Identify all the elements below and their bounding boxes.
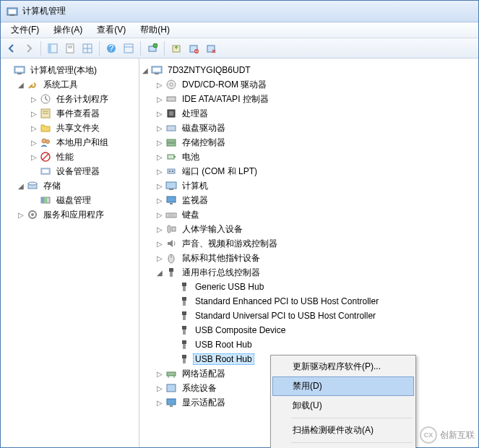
device-computer-cat[interactable]: ▷计算机 xyxy=(154,178,477,193)
node-label: 系统设备 xyxy=(180,382,219,395)
help-button[interactable]: ? xyxy=(103,40,119,56)
svg-rect-78 xyxy=(183,329,186,335)
expand-icon[interactable]: ▷ xyxy=(155,181,164,190)
svg-rect-82 xyxy=(183,358,186,363)
blank-icon xyxy=(168,340,177,349)
expand-icon[interactable]: ▷ xyxy=(155,210,164,219)
expand-icon[interactable]: ▷ xyxy=(155,254,164,262)
tree-task-scheduler[interactable]: ▷任务计划程序 xyxy=(28,92,137,106)
collapse-icon[interactable]: ◢ xyxy=(17,181,25,190)
expand-icon[interactable]: ▷ xyxy=(155,225,164,233)
menu-help[interactable]: 帮助(H) xyxy=(134,22,176,38)
export-button[interactable] xyxy=(79,40,95,56)
usb-icon xyxy=(165,267,177,278)
disable-device-button[interactable] xyxy=(186,40,202,56)
collapse-icon[interactable]: ◢ xyxy=(141,66,150,74)
device-hid[interactable]: ▷人体学输入设备 xyxy=(154,222,477,236)
collapse-icon[interactable]: ◢ xyxy=(17,80,25,89)
expand-icon[interactable]: ▷ xyxy=(155,124,164,132)
svg-rect-61 xyxy=(170,203,173,204)
device-usb-controllers[interactable]: ◢通用串行总线控制器 xyxy=(154,265,477,280)
tree-shared-folders[interactable]: ▷共享文件夹 xyxy=(28,121,137,135)
svg-rect-38 xyxy=(41,197,44,203)
device-usb-root-hub-1[interactable]: USB Root Hub xyxy=(167,337,477,352)
device-storage-ctrl[interactable]: ▷存储控制器 xyxy=(154,135,477,150)
view-button[interactable] xyxy=(121,40,137,56)
expand-icon[interactable]: ▷ xyxy=(30,152,38,161)
node-label: 计算机管理(本地) xyxy=(28,64,99,77)
expand-icon[interactable]: ▷ xyxy=(155,196,164,204)
svg-rect-71 xyxy=(182,283,186,286)
device-ide[interactable]: ▷IDE ATA/ATAPI 控制器 xyxy=(154,92,477,106)
node-label: 显示适配器 xyxy=(180,396,228,410)
expand-icon[interactable]: ▷ xyxy=(155,95,164,103)
menubar: 文件(F) 操作(A) 查看(V) 帮助(H) xyxy=(1,22,478,38)
ide-icon xyxy=(165,93,177,105)
tree-performance[interactable]: ▷性能 xyxy=(28,150,137,164)
update-driver-button[interactable] xyxy=(168,40,184,56)
collapse-icon[interactable]: ◢ xyxy=(155,268,164,277)
context-properties[interactable]: 属性(R) xyxy=(272,445,414,448)
cpu-icon xyxy=(165,108,177,119)
menu-action[interactable]: 操作(A) xyxy=(48,22,88,38)
device-monitor[interactable]: ▷监视器 xyxy=(154,193,477,207)
watermark: CX 创新互联 xyxy=(420,426,475,444)
tree-storage[interactable]: ◢ 存储 xyxy=(15,178,137,193)
expand-icon[interactable]: ▷ xyxy=(155,384,164,392)
expand-icon[interactable] xyxy=(4,66,12,74)
device-battery[interactable]: ▷电池 xyxy=(154,150,477,164)
tree-device-manager[interactable]: 设备管理器 xyxy=(28,164,137,178)
device-mouse[interactable]: ▷鼠标和其他指针设备 xyxy=(154,251,477,265)
properties-button[interactable] xyxy=(62,40,78,56)
svg-text:?: ? xyxy=(109,43,114,53)
expand-icon[interactable]: ▷ xyxy=(30,95,38,103)
expand-icon[interactable]: ▷ xyxy=(155,398,164,407)
tree-root[interactable]: 计算机管理(本地) xyxy=(2,63,137,77)
context-uninstall[interactable]: 卸载(U) xyxy=(272,396,414,415)
expand-icon[interactable]: ▷ xyxy=(155,138,164,147)
node-label: 系统工具 xyxy=(41,78,80,92)
device-usb-enhanced[interactable]: Standard Enhanced PCI to USB Host Contro… xyxy=(167,294,477,309)
device-processor[interactable]: ▷处理器 xyxy=(154,106,477,121)
device-usb-generic-hub[interactable]: Generic USB Hub xyxy=(167,280,477,294)
system-icon xyxy=(165,382,177,394)
svg-rect-4 xyxy=(48,44,51,53)
expand-icon[interactable]: ▷ xyxy=(155,109,164,118)
device-keyboard[interactable]: ▷键盘 xyxy=(154,207,477,222)
device-dvd[interactable]: ▷DVD/CD-ROM 驱动器 xyxy=(154,77,477,92)
context-scan-hardware[interactable]: 扫描检测硬件改动(A) xyxy=(272,421,414,440)
tree-local-users[interactable]: ▷本地用户和组 xyxy=(28,135,137,150)
tree-disk-mgmt[interactable]: 磁盘管理 xyxy=(28,193,137,207)
device-ports[interactable]: ▷端口 (COM 和 LPT) xyxy=(154,164,477,178)
expand-icon[interactable]: ▷ xyxy=(30,138,38,147)
device-root[interactable]: ◢ 7D3ZNTYGIQB6UDT xyxy=(141,63,477,77)
expand-icon[interactable]: ▷ xyxy=(30,124,38,132)
device-usb-universal[interactable]: Standard Universal PCI to USB Host Contr… xyxy=(167,309,477,323)
device-disk-drives[interactable]: ▷磁盘驱动器 xyxy=(154,121,477,135)
expand-icon[interactable]: ▷ xyxy=(155,80,164,89)
context-disable[interactable]: 禁用(D) xyxy=(272,376,414,396)
device-usb-composite[interactable]: USB Composite Device xyxy=(167,323,477,337)
scan-hardware-button[interactable] xyxy=(144,40,160,56)
expand-icon[interactable]: ▷ xyxy=(17,210,25,219)
tree-services[interactable]: ▷服务和应用程序 xyxy=(15,207,137,222)
node-label: 人体学输入设备 xyxy=(180,223,245,236)
show-hide-tree-button[interactable] xyxy=(45,40,61,56)
device-sound[interactable]: ▷声音、视频和游戏控制器 xyxy=(154,236,477,251)
expand-icon[interactable]: ▷ xyxy=(155,152,164,161)
menu-file[interactable]: 文件(F) xyxy=(5,22,45,38)
context-update-driver[interactable]: 更新驱动程序软件(P)... xyxy=(272,357,414,376)
tree-system-tools[interactable]: ◢ 系统工具 xyxy=(15,77,137,92)
forward-button[interactable] xyxy=(21,40,37,56)
back-button[interactable] xyxy=(4,40,20,56)
expand-icon[interactable]: ▷ xyxy=(155,369,164,378)
storage-icon xyxy=(27,180,38,191)
expand-icon[interactable]: ▷ xyxy=(155,167,164,176)
svg-rect-2 xyxy=(10,14,14,16)
uninstall-device-button[interactable] xyxy=(203,40,219,56)
tree-event-viewer[interactable]: ▷事件查看器 xyxy=(28,106,137,121)
expand-icon[interactable]: ▷ xyxy=(30,109,38,118)
menu-view[interactable]: 查看(V) xyxy=(91,22,131,38)
management-tree[interactable]: 计算机管理(本地) ◢ 系统工具 ▷任务计划程序 ▷事件查看器 xyxy=(2,63,137,222)
expand-icon[interactable]: ▷ xyxy=(155,239,164,248)
